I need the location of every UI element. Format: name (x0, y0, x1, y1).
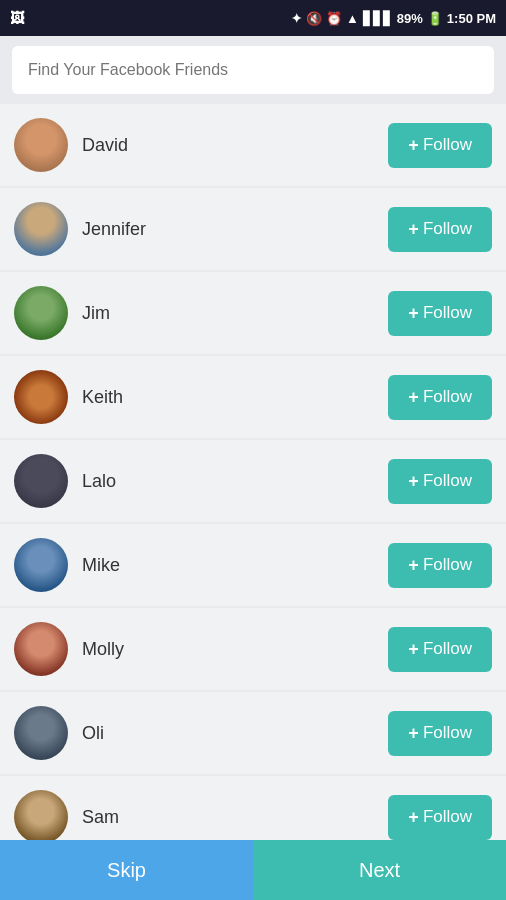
follow-button-oli[interactable]: + Follow (388, 711, 492, 756)
friend-name-david: David (82, 135, 388, 156)
friend-item-sam: Sam + Follow (0, 776, 506, 840)
follow-button-jennifer[interactable]: + Follow (388, 207, 492, 252)
plus-icon-jennifer: + (408, 219, 419, 240)
avatar-jim (14, 286, 68, 340)
avatar-jennifer (14, 202, 68, 256)
time-display: 1:50 PM (447, 11, 496, 26)
avatar-keith (14, 370, 68, 424)
friend-item-david: David + Follow (0, 104, 506, 186)
avatar-lalo (14, 454, 68, 508)
status-bar-right: ✦ 🔇 ⏰ ▲ ▋▋▋ 89% 🔋 1:50 PM (291, 11, 496, 26)
friend-item-mike: Mike + Follow (0, 524, 506, 606)
follow-button-mike[interactable]: + Follow (388, 543, 492, 588)
friend-item-jennifer: Jennifer + Follow (0, 188, 506, 270)
avatar-oli (14, 706, 68, 760)
search-input[interactable] (12, 46, 494, 94)
friend-item-keith: Keith + Follow (0, 356, 506, 438)
status-bar: 🖼 ✦ 🔇 ⏰ ▲ ▋▋▋ 89% 🔋 1:50 PM (0, 0, 506, 36)
follow-label-lalo: Follow (423, 471, 472, 491)
battery-percent: 89% (397, 11, 423, 26)
plus-icon-mike: + (408, 555, 419, 576)
avatar-david (14, 118, 68, 172)
follow-label-oli: Follow (423, 723, 472, 743)
avatar-mike (14, 538, 68, 592)
follow-button-sam[interactable]: + Follow (388, 795, 492, 840)
skip-button[interactable]: Skip (0, 840, 253, 900)
friend-name-jim: Jim (82, 303, 388, 324)
friend-name-molly: Molly (82, 639, 388, 660)
friend-name-lalo: Lalo (82, 471, 388, 492)
plus-icon-oli: + (408, 723, 419, 744)
wifi-icon: ▲ (346, 11, 359, 26)
mute-icon: 🔇 (306, 11, 322, 26)
friend-list: David + Follow Jennifer + Follow Jim + F… (0, 104, 506, 840)
friend-item-molly: Molly + Follow (0, 608, 506, 690)
follow-label-molly: Follow (423, 639, 472, 659)
friend-name-jennifer: Jennifer (82, 219, 388, 240)
follow-button-david[interactable]: + Follow (388, 123, 492, 168)
follow-button-molly[interactable]: + Follow (388, 627, 492, 672)
avatar-sam (14, 790, 68, 840)
plus-icon-lalo: + (408, 471, 419, 492)
friend-name-oli: Oli (82, 723, 388, 744)
friend-item-lalo: Lalo + Follow (0, 440, 506, 522)
bottom-bar: Skip Next (0, 840, 506, 900)
avatar-molly (14, 622, 68, 676)
search-container (0, 36, 506, 104)
follow-button-jim[interactable]: + Follow (388, 291, 492, 336)
plus-icon-sam: + (408, 807, 419, 828)
follow-label-keith: Follow (423, 387, 472, 407)
follow-label-mike: Follow (423, 555, 472, 575)
friend-name-mike: Mike (82, 555, 388, 576)
plus-icon-jim: + (408, 303, 419, 324)
plus-icon-keith: + (408, 387, 419, 408)
follow-button-lalo[interactable]: + Follow (388, 459, 492, 504)
status-bar-left: 🖼 (10, 10, 24, 26)
friend-name-keith: Keith (82, 387, 388, 408)
battery-icon: 🔋 (427, 11, 443, 26)
friend-name-sam: Sam (82, 807, 388, 828)
follow-label-sam: Follow (423, 807, 472, 827)
follow-label-jim: Follow (423, 303, 472, 323)
plus-icon-david: + (408, 135, 419, 156)
follow-label-david: Follow (423, 135, 472, 155)
photo-icon: 🖼 (10, 10, 24, 26)
bluetooth-icon: ✦ (291, 11, 302, 26)
plus-icon-molly: + (408, 639, 419, 660)
alarm-icon: ⏰ (326, 11, 342, 26)
follow-button-keith[interactable]: + Follow (388, 375, 492, 420)
friend-item-oli: Oli + Follow (0, 692, 506, 774)
friend-item-jim: Jim + Follow (0, 272, 506, 354)
follow-label-jennifer: Follow (423, 219, 472, 239)
signal-icon: ▋▋▋ (363, 11, 393, 26)
next-button[interactable]: Next (253, 840, 506, 900)
